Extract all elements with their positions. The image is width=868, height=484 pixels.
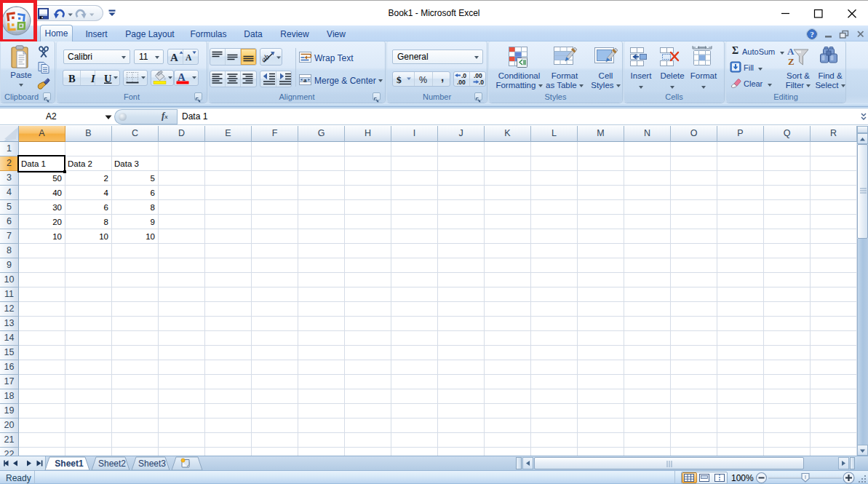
svg-text:.0: .0: [479, 79, 484, 86]
svg-text:A: A: [787, 46, 795, 57]
svg-text:Sheet2: Sheet2: [98, 459, 126, 469]
svg-text:A: A: [170, 52, 178, 63]
svg-text:U: U: [104, 73, 112, 84]
svg-text:Sheet3: Sheet3: [138, 459, 166, 469]
svg-text:A: A: [178, 71, 186, 83]
svg-text:A: A: [186, 53, 192, 62]
svg-text:.00: .00: [457, 79, 466, 86]
svg-text:,: ,: [441, 71, 444, 83]
svg-text:ab: ab: [259, 52, 271, 64]
svg-text:Sheet1: Sheet1: [55, 459, 84, 469]
svg-text:%: %: [419, 75, 427, 85]
svg-text:B: B: [68, 73, 76, 84]
svg-text:?: ?: [810, 31, 813, 39]
svg-text:$: $: [397, 74, 402, 85]
svg-text:I: I: [90, 73, 96, 84]
svg-text:a: a: [303, 76, 307, 84]
svg-text:Z: Z: [788, 56, 795, 67]
